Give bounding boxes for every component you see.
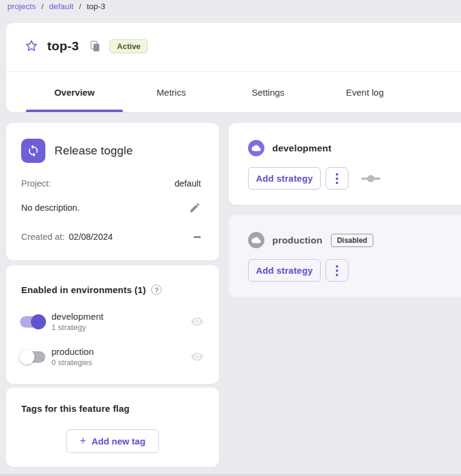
plus-icon: +: [80, 435, 87, 448]
environment-name: production: [51, 346, 191, 357]
panel-environment-name: development: [272, 143, 332, 154]
environments-card-title: Enabled in environments (1): [21, 285, 146, 295]
visibility-eye-icon[interactable]: [191, 350, 204, 363]
tab-event-log[interactable]: Event log: [316, 72, 413, 112]
feature-flag-page: projects / default / top-3 top-3 Active …: [0, 0, 461, 476]
breadcrumb-projects[interactable]: projects: [7, 2, 36, 11]
production-environment-panel: production Disabled Add strategy: [229, 215, 461, 297]
tags-card-title: Tags for this feature flag: [21, 403, 129, 414]
page-title: top-3: [47, 39, 79, 53]
development-environment-panel: development Add strategy: [229, 123, 461, 205]
tab-settings[interactable]: Settings: [220, 72, 316, 112]
created-at-value: 02/08/2024: [69, 232, 113, 242]
cloud-icon: [248, 140, 264, 156]
more-options-kebab-icon[interactable]: [325, 167, 348, 190]
favorite-star-icon[interactable]: [24, 39, 39, 53]
description-text: No description.: [21, 203, 80, 213]
edit-description-icon[interactable]: [189, 202, 201, 214]
flag-type-label: Release toggle: [54, 144, 133, 157]
project-value: default: [174, 179, 201, 188]
visibility-eye-icon[interactable]: [191, 315, 204, 328]
title-row: top-3 Active: [6, 23, 461, 71]
environment-row-development: development 1 strategy: [19, 311, 204, 332]
tab-metrics[interactable]: Metrics: [123, 72, 220, 112]
environment-strategy-count: 0 strategies: [51, 358, 191, 367]
add-new-tag-label: Add new tag: [91, 436, 145, 446]
breadcrumb-current: top-3: [87, 2, 105, 11]
tab-overview[interactable]: Overview: [26, 72, 123, 112]
created-at-label: Created at:: [21, 232, 65, 242]
cloud-icon: [248, 232, 264, 248]
status-badge: Active: [110, 39, 148, 53]
tags-card: Tags for this feature flag + Add new tag: [6, 388, 219, 467]
breadcrumb: projects / default / top-3: [7, 2, 105, 11]
more-options-kebab-icon[interactable]: [325, 259, 348, 282]
tab-bar: Overview Metrics Settings Event log: [26, 72, 413, 112]
add-strategy-button[interactable]: Add strategy: [248, 259, 321, 282]
panel-environment-name: production: [272, 235, 322, 246]
add-strategy-button[interactable]: Add strategy: [248, 167, 321, 190]
breadcrumb-default[interactable]: default: [49, 2, 74, 11]
disabled-badge: Disabled: [331, 234, 373, 247]
strategy-connector-icon: [361, 175, 381, 182]
production-toggle[interactable]: [19, 349, 46, 365]
environments-card: Enabled in environments (1) ? developmen…: [6, 265, 219, 384]
minus-icon: [194, 236, 201, 238]
development-toggle[interactable]: [19, 314, 46, 329]
header-card: top-3 Active Overview Metrics Settings E…: [6, 23, 461, 112]
project-label: Project:: [21, 179, 51, 188]
flag-details-card: Release toggle Project: default No descr…: [6, 123, 219, 260]
help-icon[interactable]: ?: [151, 285, 162, 295]
breadcrumb-separator: /: [79, 2, 82, 11]
breadcrumb-separator: /: [41, 2, 44, 11]
environment-strategy-count: 1 strategy: [51, 323, 191, 332]
copy-icon[interactable]: [89, 40, 102, 53]
add-new-tag-button[interactable]: + Add new tag: [67, 429, 159, 453]
environment-name: development: [51, 311, 191, 322]
environment-row-production: production 0 strategies: [19, 346, 204, 367]
active-tab-indicator: [26, 110, 123, 112]
release-toggle-icon: [21, 139, 45, 163]
